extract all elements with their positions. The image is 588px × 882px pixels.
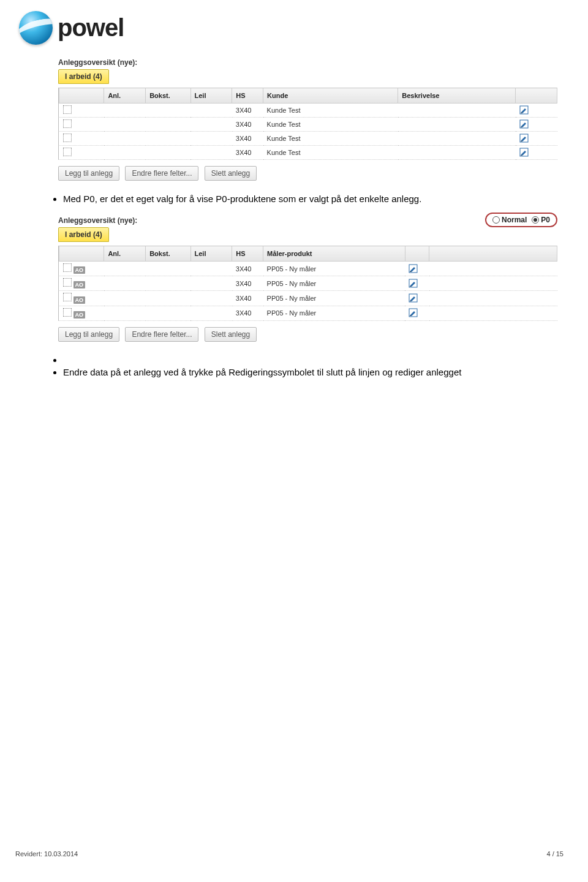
bullet-paragraph-2: Endre data på et anlegg ved å trykke på …	[50, 354, 564, 379]
edit-icon[interactable]	[409, 308, 417, 317]
row-checkbox[interactable]	[63, 308, 72, 317]
col2-edit	[405, 246, 429, 262]
logo: powel	[19, 11, 564, 45]
panel1-tab[interactable]: I arbeid (4)	[58, 69, 109, 84]
row-checkbox[interactable]	[63, 293, 72, 301]
row-checkbox[interactable]	[63, 263, 72, 272]
row-checkbox[interactable]	[63, 105, 72, 114]
col-kunde[interactable]: Kunde	[263, 88, 398, 104]
cell-kunde: Kunde Test	[263, 118, 398, 132]
cell-maler-produkt: PP05 - Ny måler	[263, 276, 405, 291]
logo-globe-icon	[19, 11, 53, 45]
edit-icon[interactable]	[519, 119, 528, 128]
panel1-buttons: Legg til anlegg Endre flere felter... Sl…	[58, 166, 557, 181]
bullet-paragraph-1: Med P0, er det et eget valg for å vise P…	[50, 193, 564, 205]
slett-anlegg-button[interactable]: Slett anlegg	[205, 166, 257, 181]
cell-kunde: Kunde Test	[263, 146, 398, 160]
row-checkbox[interactable]	[63, 148, 72, 156]
edit-icon[interactable]	[519, 134, 528, 142]
col2-anl[interactable]: Anl.	[104, 246, 146, 262]
panel1-title: Anleggsoversikt (nye):	[58, 58, 557, 67]
ao-badge: AO	[74, 311, 86, 318]
slett-anlegg-button-2[interactable]: Slett anlegg	[205, 327, 257, 342]
col2-bokst[interactable]: Bokst.	[146, 246, 190, 262]
cell-hs: 3X40	[232, 291, 263, 306]
table-row: AO3X40PP05 - Ny måler	[59, 291, 557, 306]
legg-til-anlegg-button[interactable]: Legg til anlegg	[58, 166, 119, 181]
col-anl[interactable]: Anl.	[104, 88, 146, 104]
table-row: 3X40Kunde Test	[59, 118, 557, 132]
row-checkbox[interactable]	[63, 134, 72, 142]
col-leil[interactable]: Leil	[190, 88, 232, 104]
col2-checkbox	[59, 246, 104, 262]
table-row: AO3X40PP05 - Ny måler	[59, 306, 557, 320]
col2-maler[interactable]: Måler-produkt	[263, 246, 405, 262]
table-row: AO3X40PP05 - Ny måler	[59, 262, 557, 276]
edit-icon[interactable]	[409, 264, 417, 273]
cell-hs: 3X40	[232, 104, 263, 118]
cell-maler-produkt: PP05 - Ny måler	[263, 291, 405, 306]
table-row: 3X40Kunde Test	[59, 132, 557, 146]
col2-spare	[429, 246, 557, 262]
footer-revised: Revidert: 10.03.2014	[15, 850, 78, 858]
edit-icon[interactable]	[519, 148, 528, 156]
cell-maler-produkt: PP05 - Ny måler	[263, 262, 405, 276]
cell-hs: 3X40	[232, 262, 263, 276]
col-checkbox	[59, 88, 104, 104]
cell-hs: 3X40	[232, 132, 263, 146]
page-number: 4 / 15	[546, 850, 564, 858]
panel2-tab[interactable]: I arbeid (4)	[58, 227, 109, 242]
radio-p0[interactable]: P0	[532, 216, 550, 224]
legg-til-anlegg-button-2[interactable]: Legg til anlegg	[58, 327, 119, 342]
edit-icon[interactable]	[409, 279, 417, 287]
cell-hs: 3X40	[232, 146, 263, 160]
cell-maler-produkt: PP05 - Ny måler	[263, 306, 405, 320]
panel2-title: Anleggsoversikt (nye):	[58, 216, 557, 225]
cell-kunde: Kunde Test	[263, 132, 398, 146]
col-bokst[interactable]: Bokst.	[146, 88, 190, 104]
col2-hs[interactable]: HS	[232, 246, 263, 262]
panel1-table: Anl. Bokst. Leil HS Kunde Beskrivelse 3X…	[58, 88, 557, 160]
col-hs[interactable]: HS	[232, 88, 263, 104]
logo-text: powel	[58, 14, 124, 42]
row-checkbox[interactable]	[63, 119, 72, 128]
ao-badge: AO	[74, 296, 86, 304]
endre-flere-felter-button-2[interactable]: Endre flere felter...	[125, 327, 198, 342]
cell-hs: 3X40	[232, 306, 263, 320]
table-row: AO3X40PP05 - Ny måler	[59, 276, 557, 291]
col-actions	[516, 88, 557, 104]
table-row: 3X40Kunde Test	[59, 104, 557, 118]
edit-icon[interactable]	[519, 105, 528, 114]
cell-hs: 3X40	[232, 276, 263, 291]
ao-badge: AO	[74, 266, 86, 274]
col2-leil[interactable]: Leil	[190, 246, 232, 262]
table-row: 3X40Kunde Test	[59, 146, 557, 160]
cell-hs: 3X40	[232, 118, 263, 132]
col-besk[interactable]: Beskrivelse	[398, 88, 516, 104]
row-checkbox[interactable]	[63, 278, 72, 287]
radio-normal[interactable]: Normal	[492, 216, 527, 224]
endre-flere-felter-button[interactable]: Endre flere felter...	[125, 166, 198, 181]
ao-badge: AO	[74, 281, 86, 288]
cell-kunde: Kunde Test	[263, 104, 398, 118]
panel2-buttons: Legg til anlegg Endre flere felter... Sl…	[58, 327, 557, 342]
edit-icon[interactable]	[409, 293, 417, 302]
panel2-table: Anl. Bokst. Leil HS Måler-produkt AO3X40…	[58, 246, 557, 320]
view-mode-toggle[interactable]: Normal P0	[485, 213, 557, 227]
